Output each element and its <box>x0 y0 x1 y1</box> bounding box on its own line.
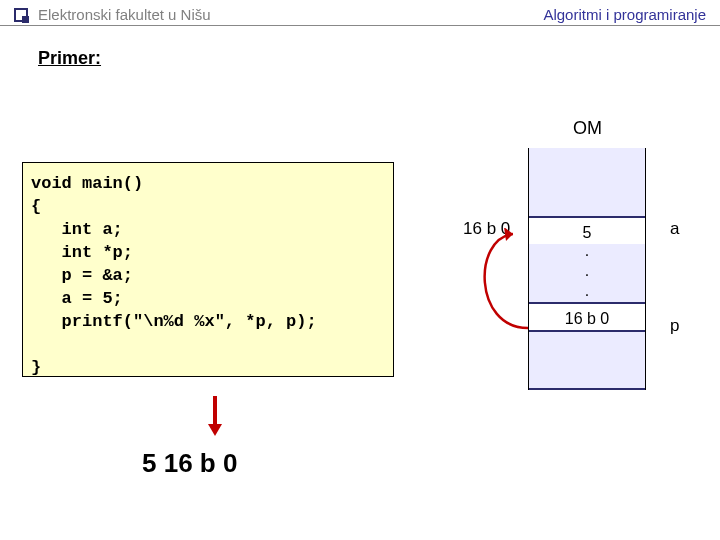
memory-spacer <box>529 148 645 218</box>
header-left-title: Elektronski fakultet u Nišu <box>38 6 543 23</box>
memory-column: 5 . . . 16 b 0 <box>528 148 646 390</box>
arrow-down-icon <box>210 396 220 434</box>
program-output: 5 16 b 0 <box>142 448 237 479</box>
memory-cell: . <box>529 284 645 304</box>
om-label: OM <box>573 118 602 139</box>
slide-header: Elektronski fakultet u Nišu Algoritmi i … <box>0 0 720 26</box>
logo-square-icon <box>14 8 28 22</box>
var-label-p: p <box>670 316 679 336</box>
memory-spacer <box>529 332 645 390</box>
address-label: 16 b 0 <box>463 219 510 239</box>
code-box: void main() { int a; int *p; p = &a; a =… <box>22 162 394 377</box>
section-label: Primer: <box>38 48 720 69</box>
header-right-title: Algoritmi i programiranje <box>543 6 706 23</box>
memory-cell: 16 b 0 <box>529 302 645 332</box>
var-label-a: a <box>670 219 679 239</box>
